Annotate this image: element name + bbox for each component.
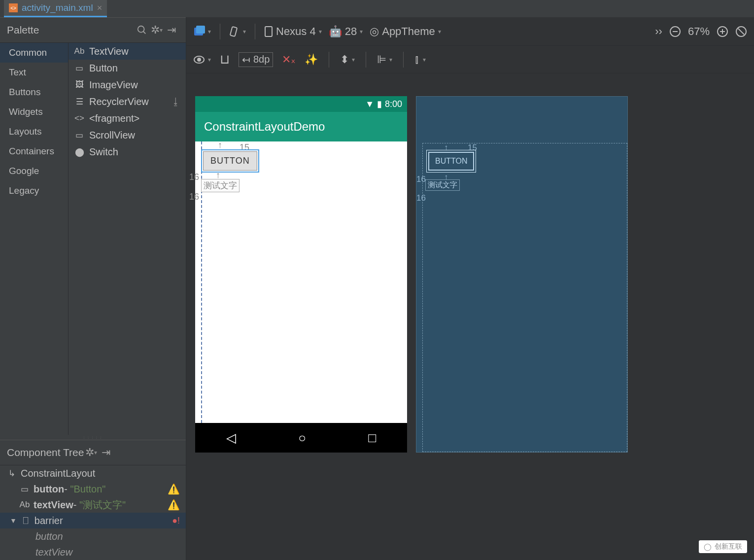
error-icon: ●! [172, 516, 180, 526]
warning-icon: ⚠️ [168, 499, 180, 511]
nav-bar: ◁ ○ □ [195, 423, 407, 453]
zoom-fit-button[interactable] [735, 26, 747, 37]
tree-header: Component Tree ✲▾ ⇥ [0, 440, 186, 465]
palette-item-button[interactable]: ▭Button [69, 60, 186, 76]
design-surface-button[interactable]: ▾ [193, 26, 211, 37]
file-tab[interactable]: <> activity_main.xml × [4, 0, 107, 17]
zoom-in-button[interactable] [717, 26, 728, 37]
palette-cat-text[interactable]: Text [0, 63, 68, 82]
textview-icon: Ab [74, 47, 84, 56]
layout-toolbar: ▾ ⊔ ↤8dp ✕ₓ ✨ ⬍▾ ⊫▾ ⫿▾ [186, 46, 754, 73]
margin-label: 16 [189, 192, 199, 202]
margin-label: 16 [416, 193, 426, 203]
download-icon[interactable]: ⭳ [171, 96, 181, 107]
app-title: ConstraintLayoutDemo [204, 120, 325, 134]
warning-icon: ⚠️ [168, 483, 180, 495]
theme-select[interactable]: ◎AppTheme▾ [370, 25, 441, 38]
svg-line-12 [738, 29, 744, 35]
palette-cat-buttons[interactable]: Buttons [0, 82, 68, 102]
barrier-icon: ⎕ [21, 516, 31, 525]
palette-item-scrollview[interactable]: ▭ScrollView [69, 127, 186, 143]
design-surface[interactable]: ↑ 15 BUTTON 16 ↑ 测试文字 16 [195, 141, 407, 423]
collapse-icon[interactable]: ⇥ [164, 23, 179, 37]
infer-constraints-icon[interactable]: ✨ [305, 53, 318, 66]
scrollview-icon: ▭ [74, 131, 84, 140]
gear-icon[interactable]: ✲▾ [84, 445, 99, 460]
palette-cat-layouts[interactable]: Layouts [0, 122, 68, 141]
back-icon: ◁ [226, 430, 236, 446]
app-bar: ConstraintLayoutDemo [195, 112, 407, 141]
device-select[interactable]: Nexus 4▾ [264, 25, 322, 38]
palette-cat-google[interactable]: Google [0, 161, 68, 181]
svg-point-14 [198, 58, 201, 61]
constraintlayout-icon: ↳ [7, 469, 17, 478]
widget-button[interactable]: BUTTON [203, 151, 257, 171]
logo-icon: ◯ [704, 543, 712, 551]
widget-textview[interactable]: 测试文字 [201, 179, 240, 192]
palette-cat-containers[interactable]: Containers [0, 141, 68, 161]
palette-cat-common[interactable]: Common [0, 43, 68, 63]
chevron-down-icon[interactable]: ▼ [10, 517, 17, 525]
zoom-level: 67% [688, 25, 710, 38]
zoom-out-button[interactable] [669, 26, 681, 37]
split-handle[interactable]: : : : : : [0, 435, 186, 440]
api-select[interactable]: 🤖28▾ [329, 25, 363, 38]
palette-item-textview[interactable]: AbTextView [69, 43, 186, 60]
pack-button[interactable]: ⬍▾ [340, 53, 355, 66]
tree-row-button[interactable]: ▭ button- "Button" ⚠️ [0, 481, 186, 497]
palette-cat-widgets[interactable]: Widgets [0, 102, 68, 122]
palette-header: Palette ✲▾ ⇥ [0, 17, 186, 43]
margin-label: 15 [468, 143, 477, 153]
margin-label: 16 [189, 172, 199, 182]
tree-title: Component Tree [7, 447, 84, 458]
palette-item-fragment[interactable]: <><fragment> [69, 110, 186, 127]
tree-row-barrier-child[interactable]: button [0, 528, 186, 544]
magnet-icon[interactable]: ⊔ [220, 52, 230, 67]
battery-icon: ▮ [377, 99, 382, 109]
svg-point-0 [138, 26, 144, 33]
tree-row-barrier-child[interactable]: textView [0, 544, 186, 560]
xml-file-icon: <> [9, 3, 18, 12]
device-preview: ▼ ▮ 8:00 ConstraintLayoutDemo ↑ 15 BUTTO… [195, 96, 407, 453]
tab-filename: activity_main.xml [22, 2, 93, 13]
recyclerview-icon: ☰ [74, 97, 84, 106]
arrow-up-icon: ↑ [444, 143, 448, 153]
more-icon[interactable]: ›› [655, 25, 662, 38]
blueprint-button[interactable]: BUTTON [428, 152, 474, 171]
clear-constraints-icon[interactable]: ✕ₓ [282, 53, 296, 66]
imageview-icon: 🖼 [74, 80, 84, 89]
switch-icon: ⬤ [74, 147, 84, 156]
design-canvas[interactable]: ▼ ▮ 8:00 ConstraintLayoutDemo ↑ 15 BUTTO… [186, 73, 754, 560]
palette-item-switch[interactable]: ⬤Switch [69, 143, 186, 160]
clock: 8:00 [385, 99, 402, 109]
gear-icon[interactable]: ✲▾ [149, 23, 164, 37]
watermark: ◯ 创新互联 [699, 540, 747, 553]
default-margin[interactable]: ↤8dp [239, 52, 273, 67]
svg-rect-3 [196, 26, 205, 34]
tree-row-textview[interactable]: Ab textView- "测试文字" ⚠️ [0, 497, 186, 513]
close-icon[interactable]: × [97, 3, 103, 13]
palette-item-imageview[interactable]: 🖼ImageView [69, 76, 186, 93]
blueprint-view[interactable]: ↑ 15 BUTTON 16 ↑ 测试文字 16 [416, 96, 628, 453]
wifi-icon: ▼ [365, 99, 374, 109]
align-button[interactable]: ⊫▾ [377, 53, 392, 66]
design-toolbar: ▾ ▾ Nexus 4▾ 🤖28▾ ◎AppTheme▾ [186, 17, 754, 46]
blueprint-textview[interactable]: 测试文字 [425, 179, 460, 191]
view-options-button[interactable]: ▾ [193, 55, 211, 64]
textview-icon: Ab [20, 500, 30, 509]
fragment-icon: <> [74, 114, 84, 123]
svg-line-1 [143, 32, 146, 34]
tree-row-root[interactable]: ↳ ConstraintLayout [0, 465, 186, 481]
collapse-icon[interactable]: ⇥ [99, 445, 113, 460]
orientation-button[interactable]: ▾ [229, 26, 246, 37]
palette-title: Palette [7, 24, 39, 36]
guideline-button[interactable]: ⫿▾ [414, 53, 426, 66]
tree-row-barrier[interactable]: ▼ ⎕ barrier ●! [0, 513, 186, 528]
theme-icon: ◎ [370, 25, 379, 38]
search-icon[interactable] [135, 23, 149, 37]
palette-item-recyclerview[interactable]: ☰RecyclerView⭳ [69, 93, 186, 110]
recent-icon: □ [368, 430, 376, 446]
home-icon: ○ [298, 430, 306, 446]
svg-rect-5 [265, 27, 272, 36]
palette-cat-legacy[interactable]: Legacy [0, 181, 68, 201]
